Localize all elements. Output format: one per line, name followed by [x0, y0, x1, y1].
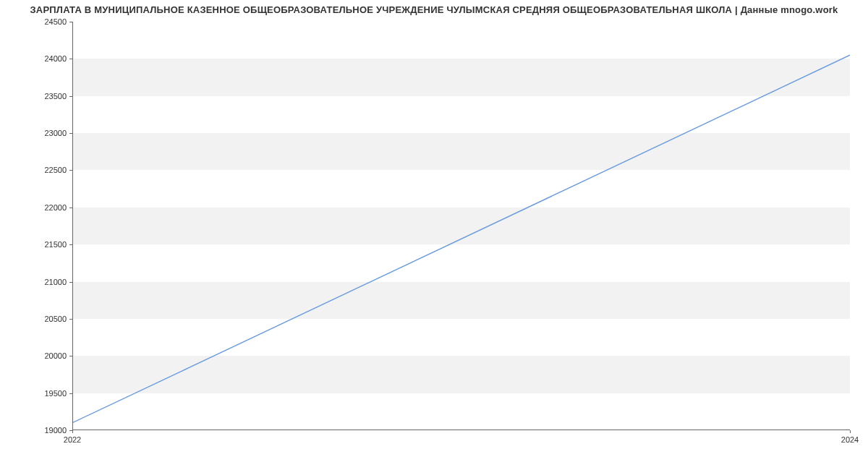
- y-tick-label: 24500: [23, 17, 67, 26]
- chart-container: ЗАРПЛАТА В МУНИЦИПАЛЬНОЕ КАЗЕННОЕ ОБЩЕОБ…: [0, 0, 868, 470]
- y-tick-label: 23000: [23, 129, 67, 137]
- y-tick-label: 20000: [23, 351, 67, 360]
- plot-area: [72, 22, 850, 430]
- y-tick-mark: [69, 244, 72, 245]
- x-axis: [72, 430, 850, 430]
- x-tick-mark: [72, 430, 73, 433]
- y-tick-label: 24000: [23, 54, 67, 63]
- y-tick-label: 22500: [23, 166, 67, 174]
- y-tick-mark: [69, 208, 72, 208]
- y-tick-mark: [69, 96, 72, 97]
- y-tick-mark: [69, 393, 72, 394]
- y-tick-label: 22000: [23, 203, 67, 212]
- y-tick-label: 19000: [23, 426, 67, 435]
- y-tick-label: 21000: [23, 278, 67, 286]
- y-tick-mark: [69, 170, 72, 171]
- y-tick-label: 19500: [23, 389, 67, 398]
- y-tick-mark: [69, 356, 72, 356]
- line-series: [72, 22, 850, 430]
- y-axis: [72, 22, 73, 430]
- y-tick-mark: [69, 282, 72, 283]
- y-tick-label: 20500: [23, 315, 67, 323]
- x-tick-label: 2024: [841, 435, 859, 444]
- y-tick-mark: [69, 59, 72, 59]
- y-tick-mark: [69, 22, 72, 22]
- chart-title: ЗАРПЛАТА В МУНИЦИПАЛЬНОЕ КАЗЕННОЕ ОБЩЕОБ…: [0, 4, 868, 15]
- x-tick-mark: [850, 430, 851, 433]
- y-tick-mark: [69, 319, 72, 320]
- y-tick-label: 21500: [23, 240, 67, 249]
- y-tick-mark: [69, 133, 72, 134]
- y-tick-label: 23500: [23, 92, 67, 101]
- x-tick-label: 2022: [64, 435, 81, 444]
